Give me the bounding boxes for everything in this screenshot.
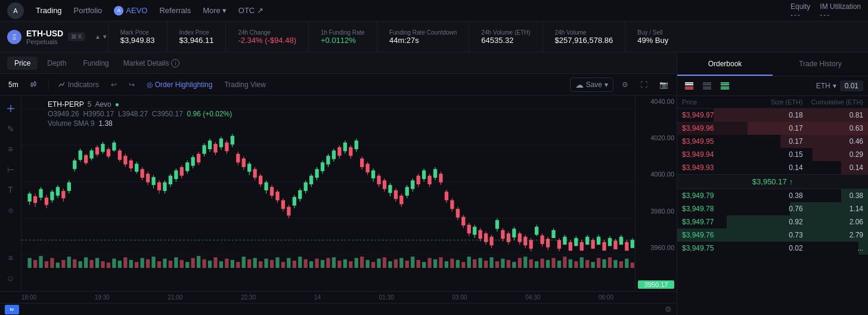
nav-portfolio[interactable]: Portfolio [74, 6, 103, 15]
svg-rect-53 [253, 258, 257, 268]
tab-orderbook[interactable]: Orderbook [677, 52, 773, 76]
timeframe-button[interactable]: 5m [5, 79, 22, 91]
tab-depth[interactable]: Depth [40, 57, 73, 70]
measure-tool[interactable]: ⊢ [2, 161, 19, 178]
symbol-nav-arrows[interactable]: ▲ ▼ [95, 33, 108, 40]
svg-rect-158 [129, 160, 133, 168]
svg-rect-320 [585, 237, 589, 245]
tab-market-details[interactable]: Market Details i [123, 59, 180, 67]
pencil-tool[interactable]: ✎ [2, 121, 19, 137]
bid-cum-4: 2.79 [803, 231, 863, 239]
crosshair-tool[interactable] [2, 100, 19, 117]
app-logo[interactable]: A [7, 2, 24, 19]
settings-gear-button[interactable]: ⚙ [618, 79, 632, 91]
svg-rect-348 [721, 87, 729, 88]
svg-rect-250 [388, 185, 392, 193]
tab-price[interactable]: Price [7, 57, 38, 70]
nav-otc[interactable]: OTC ↗ [238, 6, 264, 15]
svg-rect-224 [315, 169, 318, 177]
svg-rect-280 [473, 227, 476, 234]
bid-cum-5: ... [803, 244, 863, 252]
svg-rect-64 [315, 259, 318, 268]
text-tool[interactable]: T [2, 181, 19, 198]
svg-rect-17 [50, 258, 54, 268]
svg-rect-326 [602, 242, 606, 251]
ask-cum-5: 0.14 [803, 163, 863, 172]
ticker-symbol[interactable]: Ξ ETH-USD Perpetuals ⌘K ▲ ▼ [7, 29, 108, 45]
svg-rect-226 [321, 162, 324, 171]
ob-view-asks[interactable] [700, 79, 714, 93]
trading-view-button[interactable]: Trading View [221, 79, 269, 91]
svg-rect-85 [433, 260, 437, 268]
svg-rect-212 [281, 200, 285, 209]
tab-trade-history[interactable]: Trade History [773, 52, 868, 76]
chart-content: ✎ ≡ ⊢ T ⌾ ≡ ☺ ETH-PERP 5 Aevo ● [0, 95, 677, 291]
screenshot-button[interactable]: 📷 [656, 79, 672, 91]
lines-tool[interactable]: ≡ [2, 141, 19, 158]
svg-rect-160 [135, 164, 138, 172]
time-2100: 21:00 [168, 294, 182, 301]
chart-type-button[interactable] [27, 79, 42, 91]
svg-rect-180 [191, 157, 195, 165]
nav-more[interactable]: More ▾ [203, 6, 227, 15]
svg-rect-172 [169, 176, 172, 184]
candlestick-svg[interactable] [21, 95, 635, 291]
nav-trading[interactable]: Trading [36, 6, 62, 15]
ask-cum-4: 0.29 [803, 150, 863, 159]
svg-rect-52 [247, 260, 251, 268]
svg-rect-87 [445, 261, 448, 268]
save-button[interactable]: ☁ Save ▾ [570, 78, 613, 92]
svg-rect-28 [112, 259, 116, 268]
svg-rect-170 [163, 183, 166, 191]
svg-rect-84 [427, 258, 431, 268]
ask-price-4: $3,949.94 [682, 150, 742, 159]
svg-rect-40 [180, 260, 184, 268]
fullscreen-button[interactable]: ⛶ [637, 79, 651, 91]
svg-rect-192 [225, 143, 228, 151]
candle-chart[interactable]: ETH-PERP 5 Aevo ● O3949.26 H3950.17 L394… [21, 95, 635, 291]
svg-rect-70 [349, 261, 352, 268]
equity-section: Equity --- [790, 2, 810, 19]
svg-rect-58 [281, 262, 285, 268]
svg-rect-248 [383, 180, 386, 189]
ob-view-both[interactable] [682, 79, 696, 93]
svg-rect-117 [613, 260, 617, 268]
bid-cum-1: 0.38 [803, 192, 863, 200]
ob-pair-selector[interactable]: ETH ▾ [816, 82, 836, 90]
ob-view-bids[interactable] [718, 79, 732, 93]
svg-rect-93 [479, 258, 482, 268]
indicators-button[interactable]: Indicators [55, 79, 103, 91]
undo-button[interactable]: ↩ [107, 79, 120, 91]
bid-row-1: $3,949.79 0.38 0.38 [677, 189, 868, 202]
svg-rect-190 [219, 138, 223, 147]
ob-size-selector[interactable]: 0.01 [840, 81, 863, 91]
node-tool[interactable]: ⌾ [2, 202, 19, 218]
nav-referrals[interactable]: Referrals [159, 6, 191, 15]
emoji-tool[interactable]: ☺ [2, 270, 19, 286]
bottom-settings-tool[interactable]: ≡ [2, 249, 19, 266]
bid-row-5: $3,949.75 0.02 ... [677, 242, 868, 255]
svg-rect-72 [360, 257, 364, 268]
orderbook-panel: Orderbook Trade History [677, 52, 868, 315]
svg-rect-304 [540, 236, 544, 244]
svg-rect-220 [304, 183, 308, 191]
svg-rect-78 [394, 260, 398, 268]
time-2230: 22:30 [241, 294, 256, 301]
svg-rect-154 [118, 150, 122, 160]
bottom-settings-icon[interactable]: ⚙ [665, 305, 672, 314]
bid-cum-2: 1.14 [803, 205, 863, 213]
nav-aevo[interactable]: A AEVO [114, 6, 147, 16]
svg-rect-228 [326, 156, 330, 164]
svg-rect-339 [685, 84, 693, 85]
svg-rect-55 [264, 259, 268, 268]
svg-rect-206 [264, 183, 268, 190]
tab-funding[interactable]: Funding [76, 57, 116, 70]
ask-price-5: $3,949.93 [682, 163, 742, 172]
svg-rect-29 [118, 261, 122, 268]
svg-rect-83 [422, 262, 426, 268]
order-highlighting-button[interactable]: ◎ Order Highlighting [143, 79, 216, 91]
svg-rect-31 [129, 260, 133, 268]
redo-button[interactable]: ↪ [125, 79, 138, 91]
arrow-up-icon[interactable]: ▲ [95, 33, 101, 40]
arrow-down-icon[interactable]: ▼ [102, 33, 108, 40]
